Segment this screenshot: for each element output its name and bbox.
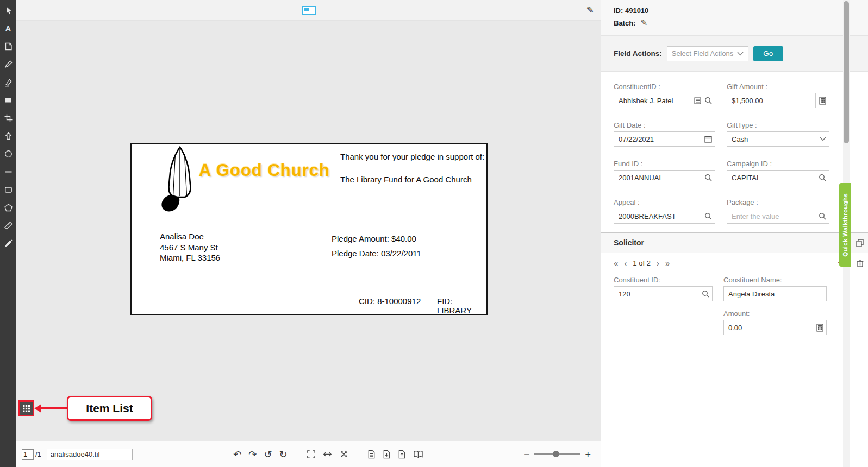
campaign-id-label: Campaign ID : (727, 160, 829, 168)
field-appeal: Appeal : (614, 198, 715, 224)
callout-arrow (34, 404, 67, 413)
redaction-icon (4, 239, 13, 248)
redaction-tool[interactable] (2, 237, 15, 250)
solicitor-section: Solicitor « ‹ 1 of 2 › » + Constituent I… (601, 232, 868, 335)
chevron-down-icon[interactable] (820, 137, 826, 141)
rectangle-tool[interactable] (2, 183, 15, 196)
rotate-right-button[interactable]: ↻ (279, 450, 288, 459)
filled-rectangle-icon (4, 96, 13, 105)
viewer-tool-group: ↶ ↷ ↺ ↻ (233, 450, 423, 459)
polygon-tool[interactable] (2, 201, 15, 214)
fit-screen-button[interactable] (307, 450, 316, 459)
solicitor-header: Solicitor (601, 233, 868, 253)
redo-button[interactable]: ↷ (248, 450, 257, 459)
last-record-button[interactable]: » (665, 259, 670, 267)
gift-date-label: Gift Date : (614, 121, 715, 129)
cid-line: CID: 8-10000912 (359, 296, 421, 306)
fund-id-input[interactable] (614, 170, 715, 185)
search-icon[interactable] (819, 212, 826, 220)
field-package: Package : (727, 198, 829, 224)
field-actions-select[interactable]: Select Field Actions (667, 46, 748, 61)
fund-id-label: Fund ID : (614, 160, 715, 168)
gift-entry-panel: ID: 491010 Batch: ✎ Field Actions: Selec… (601, 0, 868, 467)
previous-record-button[interactable]: ‹ (624, 259, 627, 267)
record-id-label: ID: 491010 (614, 7, 868, 15)
gift-date-input[interactable] (614, 131, 715, 147)
solicitor-copy-icon[interactable] (856, 239, 864, 247)
document-viewer: ✎ A Good Church Thank you for your pledg… (16, 0, 601, 467)
page-save-icon (398, 450, 406, 459)
field-actions-bar: Field Actions: Select Field Actions Go (601, 36, 868, 72)
page-total-label: /1 (35, 450, 41, 458)
first-record-button[interactable]: « (614, 259, 618, 267)
line-tool[interactable] (2, 165, 15, 178)
highlighter-tool[interactable] (2, 75, 15, 89)
ruler-tool[interactable] (2, 219, 15, 232)
zoom-in-button[interactable]: + (585, 450, 591, 459)
zoom-slider-handle[interactable] (553, 451, 559, 457)
rotate-left-button[interactable]: ↺ (264, 450, 272, 459)
field-actions-placeholder: Select Field Actions (672, 49, 733, 58)
zoom-slider[interactable] (534, 453, 580, 455)
panel-scrollbar-thumb[interactable] (844, 1, 849, 143)
donor-address-block: Analisa Doe 4567 S Many St Miami, FL 331… (160, 231, 220, 263)
gift-amount-input[interactable] (727, 93, 829, 108)
thumbnail-window-icon[interactable] (302, 6, 316, 15)
arrow-tool[interactable] (2, 129, 15, 142)
delete-solicitor-icon[interactable] (857, 259, 864, 267)
page-text-button[interactable] (367, 450, 376, 459)
search-icon[interactable] (704, 174, 712, 181)
undo-button[interactable]: ↶ (233, 450, 241, 459)
text-tool[interactable]: A (2, 22, 15, 35)
search-icon[interactable] (704, 97, 712, 104)
edit-annotations-icon[interactable]: ✎ (586, 4, 594, 16)
appeal-input[interactable] (614, 209, 715, 224)
field-campaign-id: Campaign ID : (727, 160, 829, 185)
filled-rectangle-tool[interactable] (2, 93, 15, 106)
page-number-input[interactable] (22, 449, 34, 460)
highlighter-icon (4, 78, 13, 87)
calendar-icon[interactable] (704, 135, 712, 143)
pointer-tool[interactable] (2, 4, 15, 17)
viewer-canvas[interactable]: A Good Church Thank you for your pledge … (16, 21, 601, 441)
gift-type-select[interactable] (727, 131, 829, 147)
pan-icon (339, 450, 348, 459)
package-input[interactable] (727, 209, 829, 224)
gift-type-label: GiftType : (727, 121, 829, 129)
fit-width-button[interactable] (323, 450, 332, 459)
search-icon[interactable] (819, 174, 826, 181)
quick-walkthroughs-tab[interactable]: Quick Walkthroughs (839, 183, 851, 267)
note-tool[interactable] (2, 40, 15, 53)
field-gift-date: Gift Date : (614, 121, 715, 147)
search-icon[interactable] (702, 290, 709, 298)
pledge-amount-line: Pledge Amount: $40.00 (332, 234, 416, 243)
page-export-button[interactable] (383, 450, 391, 459)
calculator-icon[interactable] (816, 324, 823, 332)
search-icon[interactable] (704, 212, 712, 220)
fund-line: The Library Fund for A Good Church (340, 175, 472, 184)
solicitor-amount-label: Amount: (723, 310, 827, 318)
calculator-icon[interactable] (819, 97, 826, 105)
solicitor-constituent-name-input[interactable] (723, 286, 827, 301)
pen-icon (4, 60, 13, 69)
batch-edit-icon[interactable]: ✎ (640, 18, 647, 28)
item-list-button[interactable] (18, 400, 34, 416)
details-icon[interactable] (694, 97, 701, 104)
ellipse-tool[interactable] (2, 147, 15, 160)
pen-tool[interactable] (2, 58, 15, 71)
filename-input[interactable] (47, 449, 133, 460)
pan-button[interactable] (339, 450, 348, 459)
crop-tool[interactable] (2, 111, 15, 124)
donor-name: Analisa Doe (160, 231, 220, 242)
field-gift-amount: Gift Amount : (727, 83, 829, 108)
campaign-id-input[interactable] (727, 170, 829, 185)
page-save-button[interactable] (398, 450, 406, 459)
book-view-button[interactable] (413, 450, 423, 458)
fid-line: FID: LIBRARY (437, 296, 486, 315)
zoom-out-button[interactable]: − (524, 450, 530, 459)
go-button[interactable]: Go (753, 46, 783, 61)
solicitor-amount-input[interactable] (723, 320, 827, 335)
item-list-grid-icon (22, 405, 30, 413)
solicitor-constituent-id-input[interactable] (614, 286, 713, 301)
next-record-button[interactable]: › (657, 259, 659, 267)
